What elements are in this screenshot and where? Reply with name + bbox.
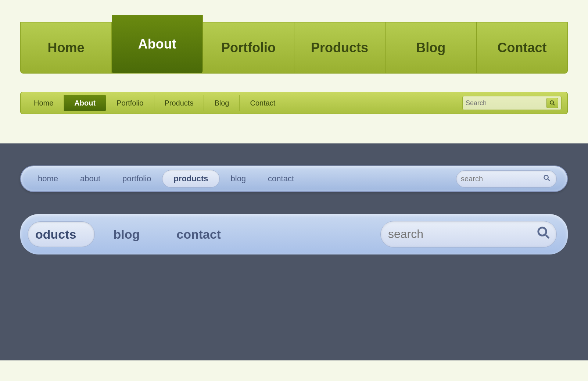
svg-point-0 bbox=[550, 101, 553, 104]
section-dark: home about portfolio products blog conta… bbox=[0, 143, 588, 360]
nav3-item-home[interactable]: home bbox=[27, 170, 69, 188]
nav3-item-contact[interactable]: contact bbox=[257, 170, 305, 188]
nav4-item-blog[interactable]: blog bbox=[95, 221, 158, 247]
nav2-item-home[interactable]: Home bbox=[24, 95, 64, 111]
nav3-wrapper: home about portfolio products blog conta… bbox=[20, 165, 568, 192]
nav3-search-area bbox=[456, 170, 557, 188]
nav1-item-contact[interactable]: Contact bbox=[477, 22, 567, 73]
nav4: oducts blog contact bbox=[20, 214, 568, 254]
nav1-item-products[interactable]: Products bbox=[294, 22, 386, 73]
search-icon bbox=[537, 226, 551, 240]
nav3: home about portfolio products blog conta… bbox=[20, 165, 568, 192]
nav2-item-blog[interactable]: Blog bbox=[204, 95, 240, 111]
svg-point-4 bbox=[538, 228, 546, 236]
search-icon bbox=[543, 174, 551, 182]
nav1-item-portfolio[interactable]: Portfolio bbox=[203, 22, 294, 73]
nav2-item-about[interactable]: About bbox=[64, 95, 106, 111]
nav2-wrapper: Home About Portfolio Products Blog Conta… bbox=[20, 92, 568, 114]
nav4-search-button[interactable] bbox=[535, 224, 552, 244]
svg-line-1 bbox=[553, 104, 555, 106]
nav3-items: home about portfolio products blog conta… bbox=[27, 170, 456, 188]
svg-line-5 bbox=[546, 235, 549, 238]
nav1-item-home[interactable]: Home bbox=[21, 22, 112, 73]
nav1: Home About Portfolio Products Blog Conta… bbox=[20, 22, 568, 74]
svg-point-2 bbox=[544, 175, 548, 179]
nav1-item-blog[interactable]: Blog bbox=[386, 22, 477, 73]
nav2-search-input[interactable] bbox=[466, 99, 546, 107]
nav2-items: Home About Portfolio Products Blog Conta… bbox=[24, 95, 462, 111]
nav4-search-input[interactable] bbox=[388, 227, 535, 241]
nav4-search-area bbox=[380, 221, 557, 248]
nav3-item-about[interactable]: about bbox=[69, 170, 111, 188]
search-icon bbox=[549, 100, 555, 106]
nav3-search-pill bbox=[456, 170, 557, 188]
nav2-item-portfolio[interactable]: Portfolio bbox=[106, 95, 154, 111]
nav3-search-button[interactable] bbox=[542, 173, 552, 185]
nav3-item-portfolio[interactable]: portfolio bbox=[111, 170, 162, 188]
nav4-search-pill bbox=[380, 221, 557, 248]
nav2-search-button[interactable] bbox=[546, 98, 558, 108]
nav2: Home About Portfolio Products Blog Conta… bbox=[20, 92, 568, 114]
nav4-items: oducts blog contact bbox=[20, 221, 380, 247]
nav4-item-contact[interactable]: contact bbox=[158, 221, 239, 247]
nav2-search-box bbox=[462, 96, 562, 110]
nav3-item-blog[interactable]: blog bbox=[220, 170, 257, 188]
nav1-wrapper: Home About Portfolio Products Blog Conta… bbox=[20, 22, 568, 74]
nav2-item-products[interactable]: Products bbox=[154, 95, 204, 111]
nav4-item-products[interactable]: oducts bbox=[28, 221, 95, 247]
svg-line-3 bbox=[548, 179, 549, 181]
nav4-container: oducts blog contact bbox=[0, 214, 588, 254]
nav3-search-input[interactable] bbox=[461, 175, 542, 183]
nav1-item-about[interactable]: About bbox=[112, 15, 203, 73]
nav2-item-contact[interactable]: Contact bbox=[240, 95, 286, 111]
nav3-item-products[interactable]: products bbox=[162, 170, 219, 188]
